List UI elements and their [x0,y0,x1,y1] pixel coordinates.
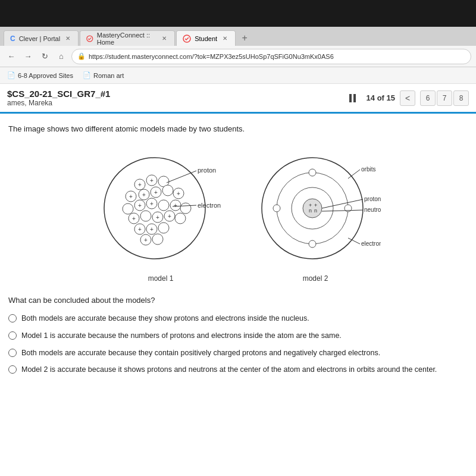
title-group: $CS_20-21_SCI_GR7_#1 ames, Mareka [7,89,343,107]
back-button[interactable]: ← [5,50,18,63]
tab-clever-close[interactable]: ✕ [64,35,72,42]
svg-point-56 [273,205,280,212]
student-tab-icon [183,35,191,43]
svg-text:n: n [314,208,317,214]
question-counter: 14 of 15 [367,93,395,102]
forward-button[interactable]: → [21,50,35,63]
student-name: ames, Mareka [7,99,343,107]
home-button[interactable]: ⌂ [55,50,68,63]
tab-clever-label: Clever | Portal [19,35,61,42]
svg-text:+: + [156,214,159,221]
model2-svg: + + n n orbits proton [250,146,381,271]
bookmarks-bar: 📄 6-8 Approved Sites 📄 Roman art [0,67,476,84]
lock-icon: 🔒 [77,52,86,60]
svg-text:n: n [309,208,312,214]
bookmark-approved-sites-label: 6-8 Approved Sites [18,72,73,79]
question-nav: 14 of 15 < 6 7 8 [349,90,469,106]
svg-text:+: + [138,181,142,188]
svg-point-25 [180,203,191,214]
choice-b-text: Model 1 is accurate because the numbers … [21,330,468,342]
tab-masteryconnect-close[interactable]: ✕ [160,35,168,42]
question-header: $CS_20-21_SCI_GR7_#1 ames, Mareka 14 of … [0,84,476,114]
address-input[interactable] [71,49,471,64]
nav-num-8[interactable]: 8 [453,90,469,106]
choice-c[interactable]: Both models are accurate because they co… [8,347,468,359]
answer-choices: Both models are accurate because they sh… [8,313,468,375]
tab-bar: C Clever | Portal ✕ MasteryConnect :: Ho… [0,27,476,46]
svg-text:+: + [150,201,154,207]
choice-d-text: Model 2 is accurate because it shows pro… [21,364,468,375]
bookmark-doc-icon: 📄 [83,71,91,79]
svg-text:+: + [150,226,154,233]
svg-text:+: + [129,193,133,200]
svg-text:electron: electron [361,240,381,247]
clever-icon: C [10,35,15,43]
nav-num-7[interactable]: 7 [437,90,452,106]
tab-student[interactable]: Student ✕ [176,30,236,46]
radio-c[interactable] [8,349,17,357]
bezel-top [0,0,476,27]
svg-text:+: + [138,202,142,209]
tab-clever[interactable]: C Clever | Portal ✕ [4,30,79,46]
svg-text:+: + [138,226,142,233]
svg-text:+: + [144,237,148,243]
new-tab-button[interactable]: + [237,30,252,46]
svg-point-54 [309,169,316,176]
svg-point-17 [123,203,133,214]
bookmark-roman-art[interactable]: 📄 Roman art [80,70,126,80]
svg-text:proton: proton [364,196,381,202]
masteryconnect-icon [86,35,93,43]
question-body: The image shows two different atomic mod… [0,114,476,385]
svg-text:+: + [150,177,154,184]
svg-text:proton: proton [198,167,216,174]
model1-svg: + + + + + + [95,146,226,271]
bookmark-icon: 📄 [7,71,15,79]
svg-point-14 [162,185,173,196]
question-prompt: What can be concluded about the models? [8,295,468,306]
assessment-title: $CS_20-21_SCI_GR7_#1 [7,89,343,99]
svg-text:+: + [154,189,158,196]
svg-text:orbits: orbits [361,166,375,173]
model1-label: model 1 [148,274,174,283]
choice-a-text: Both models are accurate because they sh… [21,313,468,324]
svg-text:electron: electron [198,202,221,209]
pause-bar-2 [353,94,356,102]
pause-bar-1 [349,94,352,102]
svg-point-22 [158,200,169,211]
question-text: The image shows two different atomic mod… [8,123,468,135]
refresh-button[interactable]: ↻ [38,50,51,63]
radio-b[interactable] [8,331,17,340]
choice-d[interactable]: Model 2 is accurate because it shows pro… [8,364,468,375]
svg-point-49 [303,199,322,218]
bookmark-approved-sites[interactable]: 📄 6-8 Approved Sites [5,70,76,80]
address-bar: ← → ↻ ⌂ 🔒 [0,46,476,67]
tab-student-close[interactable]: ✕ [221,35,229,42]
svg-point-55 [309,240,316,248]
svg-text:+: + [174,202,177,209]
choice-a[interactable]: Both models are accurate because they sh… [8,313,468,324]
svg-text:+: + [168,213,171,220]
model2-label: model 2 [303,274,328,283]
svg-text:+: + [132,215,136,222]
bookmark-roman-art-label: Roman art [93,72,124,79]
radio-d[interactable] [8,365,17,374]
svg-point-41 [152,234,163,245]
model2-wrapper: + + n n orbits proton [250,146,381,283]
question-number-nav: 6 7 8 [420,90,469,106]
pause-button[interactable] [349,94,356,102]
choice-b[interactable]: Model 1 is accurate because the numbers … [8,330,468,342]
choice-c-text: Both models are accurate because they co… [21,347,468,359]
svg-text:+: + [177,190,180,197]
model1-wrapper: + + + + + + [95,146,226,283]
tab-student-label: Student [195,35,217,42]
svg-point-28 [140,211,151,221]
svg-text:+: + [142,192,146,198]
svg-text:neutron: neutron [364,206,381,213]
radio-a[interactable] [8,314,17,322]
tab-masteryconnect[interactable]: MasteryConnect :: Home ✕ [80,30,175,46]
nav-num-6[interactable]: 6 [420,90,436,106]
tab-masteryconnect-label: MasteryConnect :: Home [97,32,156,46]
prev-question-button[interactable]: < [400,90,415,106]
svg-point-38 [158,223,169,233]
browser-chrome: C Clever | Portal ✕ MasteryConnect :: Ho… [0,27,476,84]
